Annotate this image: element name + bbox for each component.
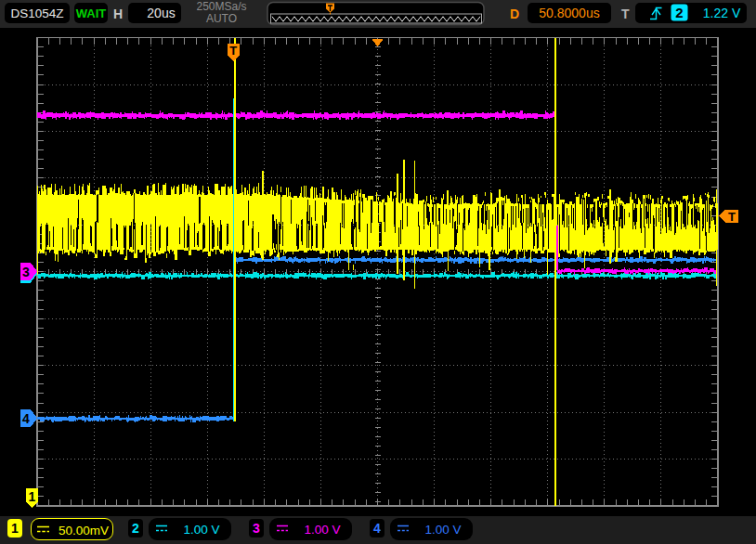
svg-text:T: T bbox=[229, 44, 237, 58]
svg-text:1: 1 bbox=[29, 489, 36, 504]
svg-text:T: T bbox=[728, 210, 736, 224]
svg-text:4: 4 bbox=[22, 411, 30, 426]
svg-text:1.00 V: 1.00 V bbox=[424, 523, 461, 537]
svg-text:1.00 V: 1.00 V bbox=[183, 523, 219, 537]
svg-text:3: 3 bbox=[22, 265, 30, 279]
svg-text:1.00 V: 1.00 V bbox=[304, 523, 340, 537]
svg-text:50.00mV: 50.00mV bbox=[59, 524, 109, 538]
